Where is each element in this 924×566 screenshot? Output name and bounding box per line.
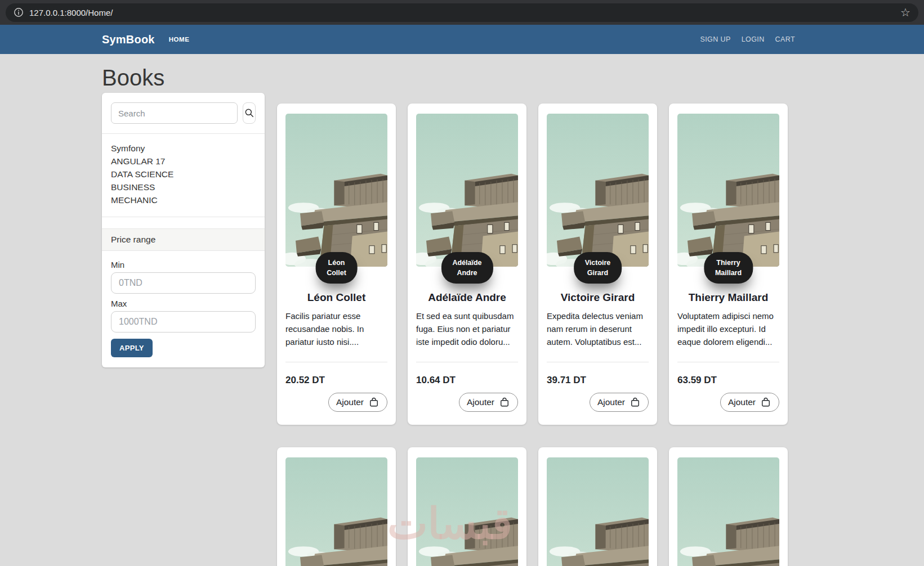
author-badge: VictoireGirard [574,252,622,284]
price-range-header: Price range [102,228,265,251]
address-bar[interactable]: 127.0.0.1:8000/Home/ ☆ [6,3,918,22]
book-description: Voluptatem adipisci nemo impedit illo ex… [677,309,779,348]
book-card-partial [538,447,657,566]
search-input[interactable] [111,102,238,124]
max-price-input[interactable] [111,311,256,333]
card-divider [677,362,779,362]
book-description: Expedita delectus veniam nam rerum in de… [547,309,649,348]
add-to-cart-button[interactable]: Ajouter [590,393,649,412]
category-item-angular[interactable]: ANGULAR 17 [111,155,256,168]
shopping-bag-icon [630,397,641,408]
brand-logo[interactable]: SymBook [102,33,155,46]
max-label: Max [111,299,256,308]
add-to-cart-button[interactable]: Ajouter [720,393,779,412]
book-card: LéonCollet Léon Collet Facilis pariatur … [277,104,396,425]
card-divider [547,362,649,362]
apply-filter-button[interactable]: APPLY [111,339,153,357]
book-cover-image [547,114,649,267]
book-description: Facilis pariatur esse recusandae nobis. … [285,309,387,348]
card-divider [285,362,387,362]
book-cover-image [416,114,518,267]
book-card: ThierryMaillard Thierry Maillard Volupta… [669,104,788,425]
add-to-cart-button[interactable]: Ajouter [328,393,387,412]
book-price: 39.71 DT [547,375,649,386]
book-cover-image [285,457,387,566]
book-description: Et sed ea sunt quibusdam fuga. Eius non … [416,309,518,348]
book-cover-image [285,114,387,267]
min-label: Min [111,260,256,269]
nav-right-links: SIGN UP LOGIN CART [700,35,795,43]
category-list: Symfony ANGULAR 17 DATA SCIENCE BUSINESS… [102,134,265,217]
book-title: Thierry Maillard [677,291,779,304]
book-title: Adélaïde Andre [416,291,518,304]
url-text[interactable]: 127.0.0.1:8000/Home/ [29,8,113,17]
nav-link-cart[interactable]: CART [775,35,795,43]
main-content: Books Symfony ANGULAR 17 DATA SCIENCE BU… [0,65,924,566]
author-badge: AdélaïdeAndre [441,252,493,284]
card-divider [416,362,518,362]
add-to-cart-button[interactable]: Ajouter [459,393,518,412]
book-card-partial [669,447,788,566]
shopping-bag-icon [368,397,380,408]
book-cover-image [547,457,649,566]
book-card-partial [277,447,396,566]
browser-toolbar: 127.0.0.1:8000/Home/ ☆ [0,0,924,25]
book-title: Victoire Girard [547,291,649,304]
book-price: 63.59 DT [677,375,779,386]
site-navbar: SymBook HOME SIGN UP LOGIN CART [0,25,924,54]
category-item-business[interactable]: BUSINESS [111,181,256,194]
book-cover-image [416,457,518,566]
book-card: AdélaïdeAndre Adélaïde Andre Et sed ea s… [408,104,526,425]
nav-link-signup[interactable]: SIGN UP [700,35,730,43]
nav-link-home[interactable]: HOME [169,36,190,43]
books-grid: LéonCollet Léon Collet Facilis pariatur … [277,104,789,566]
filter-sidebar: Symfony ANGULAR 17 DATA SCIENCE BUSINESS… [102,93,265,367]
book-cover-image [677,114,779,267]
book-title: Léon Collet [285,291,387,304]
category-item-datascience[interactable]: DATA SCIENCE [111,168,256,181]
book-price: 10.64 DT [416,375,518,386]
shopping-bag-icon [760,397,771,408]
book-card-partial [408,447,526,566]
category-item-mechanic[interactable]: MECHANIC [111,194,256,206]
shopping-bag-icon [499,397,510,408]
min-price-input[interactable] [111,272,256,294]
nav-link-login[interactable]: LOGIN [742,35,765,43]
category-item-symfony[interactable]: Symfony [111,142,256,155]
book-price: 20.52 DT [285,375,387,386]
bookmark-star-icon[interactable]: ☆ [900,7,910,18]
search-icon [244,107,255,119]
book-card: VictoireGirard Victoire Girard Expedita … [538,104,657,425]
site-info-icon[interactable] [14,7,24,17]
author-badge: LéonCollet [315,252,358,284]
book-cover-image [677,457,779,566]
author-badge: ThierryMaillard [704,252,753,284]
search-button[interactable] [243,102,256,124]
page-title: Books [102,65,924,91]
